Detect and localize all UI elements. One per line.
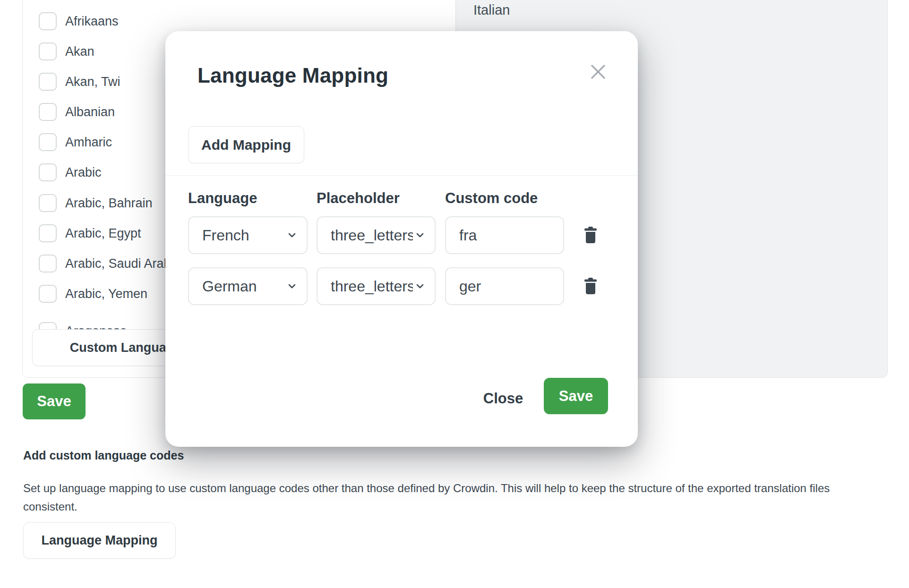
chevron-down-icon bbox=[287, 281, 297, 291]
language-checkbox[interactable] bbox=[39, 12, 57, 30]
language-select[interactable]: German bbox=[188, 267, 308, 305]
language-label: Arabic, Bahrain bbox=[65, 196, 153, 211]
language-row: Amharic bbox=[39, 133, 112, 152]
language-label: Arabic, Yemen bbox=[65, 287, 147, 301]
placeholder-select[interactable]: three_letters bbox=[317, 216, 436, 254]
language-row: Arabic, Egypt bbox=[39, 224, 141, 243]
add-mapping-button[interactable]: Add Mapping bbox=[188, 126, 304, 163]
section-heading: Add custom language codes bbox=[23, 449, 184, 462]
delete-mapping-button[interactable] bbox=[583, 278, 598, 296]
language-row: Arabic, Saudi Arabia bbox=[39, 254, 181, 273]
language-label: Akan bbox=[65, 44, 94, 59]
save-button-label: Save bbox=[37, 393, 71, 410]
custom-code-input[interactable] bbox=[445, 216, 564, 254]
language-mapping-button[interactable]: Language Mapping bbox=[23, 522, 176, 559]
language-row: Arabic, Yemen bbox=[39, 284, 147, 303]
placeholder-select[interactable]: three_letters bbox=[317, 267, 436, 305]
modal-divider bbox=[165, 175, 638, 176]
add-mapping-button-label: Add Mapping bbox=[201, 137, 291, 153]
language-checkbox[interactable] bbox=[39, 73, 57, 91]
section-description: Set up language mapping to use custom la… bbox=[23, 479, 838, 516]
modal-title: Language Mapping bbox=[197, 60, 388, 91]
language-checkbox[interactable] bbox=[39, 224, 57, 242]
language-row: Arabic, Bahrain bbox=[39, 194, 153, 213]
language-mapping-button-label: Language Mapping bbox=[42, 533, 158, 548]
modal-close-text-label: Close bbox=[483, 390, 523, 407]
column-header-placeholder: Placeholder bbox=[317, 190, 400, 207]
language-label: Afrikaans bbox=[65, 14, 119, 29]
language-label: Albanian bbox=[65, 105, 115, 119]
language-select[interactable]: French bbox=[188, 216, 308, 254]
language-select-value: French bbox=[202, 227, 249, 244]
language-checkbox[interactable] bbox=[39, 255, 57, 273]
close-icon bbox=[589, 63, 607, 81]
language-label: Arabic, Saudi Arabia bbox=[65, 256, 181, 271]
modal-save-button[interactable]: Save bbox=[544, 378, 608, 414]
modal-close-button[interactable] bbox=[588, 61, 609, 82]
language-row: Afrikaans bbox=[39, 12, 119, 31]
mapping-row: French three_letters bbox=[165, 216, 638, 254]
language-checkbox[interactable] bbox=[39, 194, 57, 212]
column-header-custom-code: Custom code bbox=[445, 190, 538, 207]
language-checkbox[interactable] bbox=[39, 103, 57, 121]
delete-mapping-button[interactable] bbox=[583, 227, 598, 245]
mapping-row: German three_letters bbox=[165, 267, 638, 305]
language-label: Arabic, Egypt bbox=[65, 226, 141, 241]
trash-icon bbox=[583, 278, 598, 295]
column-header-language: Language bbox=[188, 190, 257, 207]
modal-close-text-button[interactable]: Close bbox=[463, 388, 543, 409]
language-checkbox[interactable] bbox=[39, 133, 57, 151]
chevron-down-icon bbox=[415, 230, 425, 240]
save-button[interactable]: Save bbox=[23, 383, 86, 419]
placeholder-select-value: three_letters bbox=[331, 227, 413, 244]
trash-icon bbox=[583, 227, 598, 244]
selected-language-label: Italian bbox=[473, 0, 510, 19]
language-mapping-modal: Language Mapping Add Mapping Language Pl… bbox=[165, 31, 638, 447]
language-row: Akan bbox=[39, 42, 94, 61]
language-label: Akan, Twi bbox=[65, 75, 120, 89]
language-settings-page: Afrikaans Akan Akan, Twi Albanian Amhari… bbox=[0, 0, 909, 588]
placeholder-select-value: three_letters bbox=[331, 278, 413, 295]
language-checkbox[interactable] bbox=[39, 163, 57, 181]
language-row: Arabic bbox=[39, 163, 102, 182]
chevron-down-icon bbox=[287, 230, 297, 240]
language-label: Amharic bbox=[65, 135, 112, 150]
language-checkbox[interactable] bbox=[39, 285, 57, 303]
modal-save-label: Save bbox=[559, 388, 593, 405]
language-row: Akan, Twi bbox=[39, 72, 120, 91]
custom-code-input[interactable] bbox=[445, 267, 564, 305]
language-select-value: German bbox=[202, 278, 257, 295]
language-label: Arabic bbox=[65, 165, 102, 180]
language-row: Albanian bbox=[39, 102, 115, 121]
language-checkbox[interactable] bbox=[39, 43, 57, 60]
chevron-down-icon bbox=[415, 281, 425, 291]
